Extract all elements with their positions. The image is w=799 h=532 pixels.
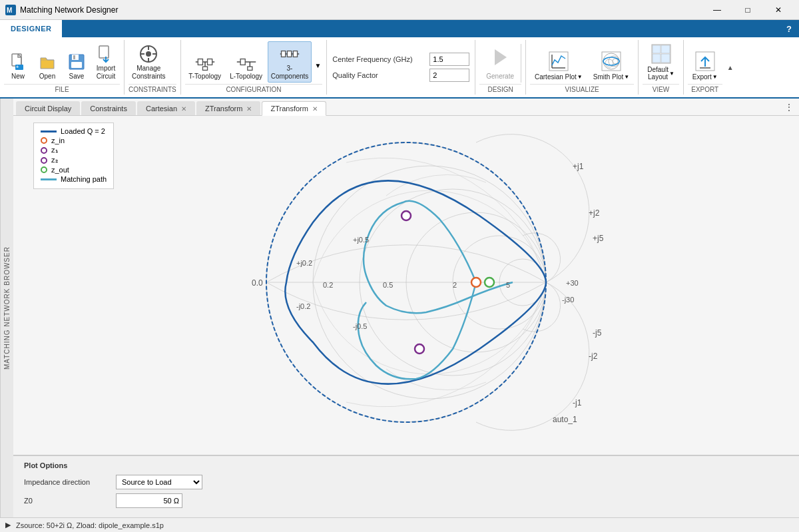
svg-point-12	[146, 51, 151, 57]
svg-rect-41	[653, 45, 661, 53]
legend-label-path: Matching path	[61, 175, 107, 183]
smith-arrow-icon: ▼	[624, 74, 629, 80]
constraints-buttons: Manage Constraints	[129, 40, 176, 83]
generate-button[interactable]: Generate	[479, 44, 521, 83]
cartesian-plot-button[interactable]: Cartesian Plot ▼	[530, 47, 587, 83]
ribbon-group-constraints: Manage Constraints CONSTRAINTS	[125, 40, 181, 95]
open-button[interactable]: Open	[33, 49, 61, 83]
quality-factor-row: Quality Factor	[332, 69, 469, 82]
sidebar-toggle-btn[interactable]: ▶	[5, 521, 11, 529]
new-label: New	[11, 73, 25, 81]
open-label: Open	[39, 73, 55, 81]
new-button[interactable]: + New	[4, 49, 32, 83]
impedance-direction-row: Impedance direction Source to Load Load …	[24, 475, 788, 489]
z0-row: Z0	[24, 493, 788, 508]
svg-rect-18	[198, 59, 202, 65]
file-group-label: FILE	[4, 84, 120, 95]
tab-ztransform2[interactable]: ZTransform ✕	[262, 101, 326, 116]
svg-rect-8	[71, 62, 82, 68]
z0-label: Z0	[24, 497, 111, 505]
tab-cartesian-label: Cartesian	[146, 105, 177, 113]
point-zin	[471, 278, 481, 287]
plot-options-title: Plot Options	[24, 461, 788, 469]
maximize-button[interactable]: □	[732, 0, 763, 20]
close-button[interactable]: ✕	[763, 0, 794, 20]
export-icon	[693, 49, 717, 73]
tab-constraints[interactable]: Constraints	[81, 101, 136, 115]
import-icon	[95, 43, 117, 65]
tab-ztransform2-close[interactable]: ✕	[312, 105, 318, 113]
tab-ztransform1[interactable]: ZTransform ✕	[196, 101, 260, 115]
tab-strip: Circuit Display Constraints Cartesian ✕ …	[13, 99, 799, 116]
center-freq-input[interactable]	[429, 53, 469, 66]
layout-arrow-icon: ▼	[669, 71, 674, 77]
statusbar: ▶ Zsource: 50+2i Ω, Zload: dipole_exampl…	[0, 517, 799, 532]
plot-options-panel: Plot Options Impedance direction Source …	[13, 455, 799, 517]
window-controls[interactable]: — □ ✕	[702, 0, 794, 20]
impedance-direction-label: Impedance direction	[24, 478, 111, 486]
tab-cartesian-close[interactable]: ✕	[181, 105, 186, 113]
svg-rect-27	[282, 51, 286, 57]
z0-input[interactable]	[116, 493, 182, 508]
default-layout-icon	[649, 42, 673, 66]
3-components-label: 3- Components	[271, 65, 309, 81]
label-center2: 2	[453, 281, 457, 289]
help-button[interactable]: ?	[779, 20, 799, 37]
label-00: 0.0	[252, 278, 263, 288]
new-icon: +	[7, 51, 29, 73]
label-5: 5	[506, 281, 510, 289]
tab-cartesian[interactable]: Cartesian ✕	[137, 101, 195, 115]
smith-plot-icon	[599, 49, 623, 73]
t-topology-button[interactable]: T-Topology	[185, 49, 225, 83]
legend-item-zin: z_in	[41, 136, 107, 144]
ribbon-group-params: Center Frequency (GHz) Quality Factor	[327, 40, 475, 95]
smith-chart-svg: +j5 +j2 +30 -j30 -j2 -j5 +j1 -j1 auto_1 …	[180, 129, 633, 442]
save-label: Save	[69, 73, 85, 81]
ribbon-group-design: Generate DESIGN	[475, 40, 526, 95]
point-z1	[401, 211, 411, 220]
import-circuit-button[interactable]: Import Circuit	[92, 41, 120, 83]
tab-ztransform2-label: ZTransform	[270, 105, 308, 113]
l-topology-label: L-Topology	[230, 73, 262, 81]
tab-circuit-display[interactable]: Circuit Display	[16, 101, 80, 115]
legend-circle-z2	[41, 157, 47, 164]
save-button[interactable]: Save	[63, 49, 91, 83]
t-topology-label: T-Topology	[188, 73, 221, 81]
ribbon-group-export: Export ▼ EXPORT	[684, 40, 726, 95]
svg-rect-19	[207, 59, 212, 65]
label-05: 0.5	[383, 281, 393, 289]
legend-circle-zout	[41, 166, 47, 173]
ribbon-tab-designer[interactable]: DESIGNER	[0, 20, 62, 37]
l-topology-button[interactable]: L-Topology	[226, 49, 266, 83]
svg-rect-28	[287, 51, 291, 57]
ribbon-collapse-button[interactable]: ▲	[726, 40, 734, 95]
export-arrow-icon: ▼	[712, 74, 718, 80]
3-components-button[interactable]: 3- Components	[268, 41, 312, 83]
tab-more-button[interactable]: ⋮	[779, 99, 799, 115]
configuration-group-label: CONFIGURATION	[185, 84, 323, 95]
ribbon-group-view: Default Layout ▼ VIEW	[639, 40, 684, 95]
minimize-button[interactable]: —	[702, 0, 732, 20]
content-pane: Circuit Display Constraints Cartesian ✕ …	[13, 99, 799, 517]
smith-plot-button[interactable]: Smith Plot ▼	[589, 47, 635, 83]
impedance-direction-select[interactable]: Source to Load Load to Source	[116, 475, 202, 489]
legend-line-path	[41, 178, 57, 180]
config-expand-arrow[interactable]: ▼	[313, 61, 322, 71]
legend-item-z1: z₁	[41, 146, 107, 154]
legend-label-zout: z_out	[51, 166, 69, 174]
generate-label: Generate	[486, 73, 514, 80]
visualize-buttons: Cartesian Plot ▼	[530, 40, 634, 83]
quality-factor-input[interactable]	[429, 69, 469, 82]
manage-constraints-button[interactable]: Manage Constraints	[129, 41, 169, 83]
label-j1: +j1	[573, 162, 584, 171]
export-button[interactable]: Export ▼	[688, 47, 722, 83]
default-layout-button[interactable]: Default Layout ▼	[643, 40, 679, 83]
tab-ztransform1-close[interactable]: ✕	[246, 105, 252, 113]
svg-rect-7	[73, 55, 75, 59]
tab-ztransform1-label: ZTransform	[205, 105, 242, 113]
import-label: Import Circuit	[97, 65, 115, 81]
export-buttons: Export ▼	[688, 40, 722, 83]
ribbon-group-file: + New Open Save	[0, 40, 125, 95]
center-freq-row: Center Frequency (GHz)	[332, 53, 469, 66]
tab-circuit-display-label: Circuit Display	[25, 105, 71, 113]
